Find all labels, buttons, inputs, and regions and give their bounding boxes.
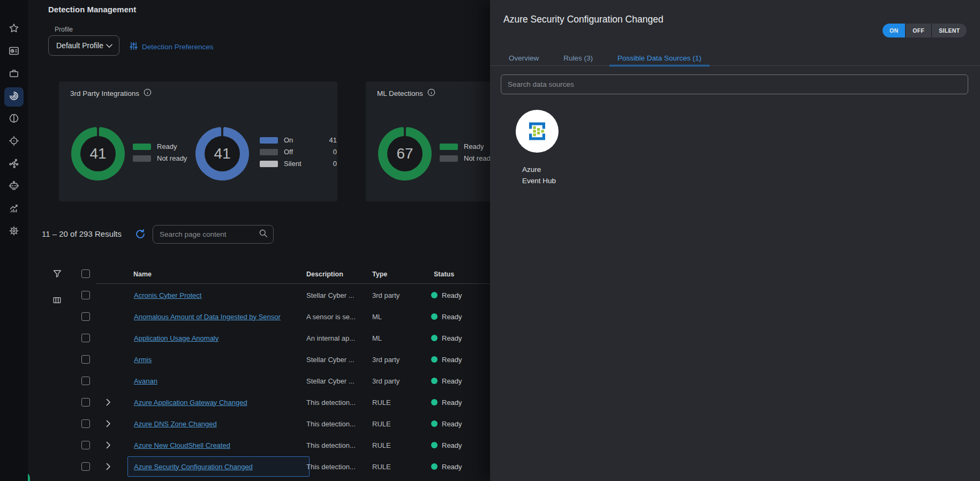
legend-swatch: [260, 137, 278, 144]
row-checkbox[interactable]: [81, 291, 90, 299]
donut-value: 41: [195, 127, 249, 181]
third-party-integrations-card: 3rd Party Integrations 41 Ready41 Not re…: [59, 81, 337, 201]
sidebar-item-cases[interactable]: [4, 65, 24, 84]
row-checkbox[interactable]: [81, 377, 90, 385]
ready-donut-chart: 41: [71, 127, 125, 181]
row-description: Stellar Cyber ...: [306, 370, 366, 392]
tab-rules[interactable]: Rules (3): [555, 50, 601, 65]
select-all-checkbox[interactable]: [81, 269, 90, 278]
sidebar-item-reports[interactable]: [4, 200, 24, 219]
toggle-on-button[interactable]: ON: [883, 24, 905, 37]
azure-event-hub-icon: [516, 110, 559, 153]
row-status: Ready: [431, 370, 462, 392]
profile-dropdown[interactable]: Default Profile: [48, 35, 119, 56]
results-count: 11 – 20 of 293 Results: [42, 229, 122, 238]
row-status: Ready: [431, 284, 462, 306]
row-name-link[interactable]: Azure DNS Zone Changed: [134, 420, 217, 428]
row-status: Ready: [431, 306, 462, 327]
legend-swatch: [133, 144, 151, 150]
row-type: 3rd party: [372, 284, 423, 306]
table-row: Armis Stellar Cyber ... 3rd party Ready: [28, 349, 490, 370]
row-checkbox[interactable]: [81, 419, 90, 428]
legend-swatch: [440, 155, 458, 162]
toggle-off-button[interactable]: OFF: [905, 24, 931, 37]
row-name-link[interactable]: Armis: [134, 356, 152, 364]
status-dot-icon: [431, 356, 438, 363]
row-checkbox[interactable]: [81, 355, 90, 364]
row-name-link[interactable]: Azure Security Configuration Changed: [134, 463, 253, 471]
tab-possible-data-sources[interactable]: Possible Data Sources (1): [609, 50, 710, 65]
info-icon[interactable]: [427, 88, 435, 98]
status-dot-icon: [431, 442, 438, 448]
page-search-input[interactable]: [160, 230, 259, 238]
chevron-down-icon: [106, 41, 112, 50]
sidebar: [0, 0, 28, 481]
data-source-search-input[interactable]: [508, 80, 961, 88]
row-name-link[interactable]: Application Usage Anomaly: [134, 334, 218, 342]
data-source-tile[interactable]: Azure Event Hub: [516, 110, 576, 186]
row-checkbox[interactable]: [81, 398, 90, 407]
briefcase-icon: [9, 68, 19, 81]
chevron-right-icon[interactable]: [106, 399, 111, 408]
detail-panel: Azure Security Configuration Changed ON …: [490, 0, 980, 481]
row-name-cell: Anomalous Amount of Data Ingested by Sen…: [127, 306, 310, 327]
chevron-right-icon[interactable]: [106, 441, 111, 451]
row-name-link[interactable]: Acronis Cyber Protect: [134, 291, 201, 299]
sidebar-item-detections[interactable]: [4, 87, 24, 107]
chevron-right-icon[interactable]: [106, 463, 111, 472]
row-name-cell: Azure DNS Zone Changed: [127, 414, 310, 434]
sidebar-item-hunting[interactable]: [4, 132, 24, 152]
table-row: Avanan Stellar Cyber ... 3rd party Ready: [28, 370, 490, 392]
sidebar-item-automation[interactable]: [4, 177, 24, 197]
legend-swatch: [133, 155, 151, 162]
row-description: This detection...: [306, 392, 366, 413]
refresh-icon[interactable]: [135, 229, 146, 239]
row-name-link[interactable]: Avanan: [134, 377, 157, 385]
row-name-link[interactable]: Azure Application Gateway Changed: [134, 399, 247, 407]
detection-preferences-label: Detection Preferences: [142, 43, 214, 51]
sidebar-item-ml[interactable]: [4, 110, 24, 129]
sidebar-item-correlation[interactable]: [4, 155, 24, 174]
detection-preferences-link[interactable]: Detection Preferences: [130, 42, 214, 52]
chevron-right-icon[interactable]: [106, 420, 111, 430]
robot-icon: [9, 181, 19, 193]
donut-legend: On41 Off0 Silent0: [260, 137, 337, 167]
status-dot-icon: [431, 463, 438, 470]
column-header-type[interactable]: Type: [372, 270, 387, 278]
row-checkbox[interactable]: [81, 312, 90, 321]
sidebar-item-dashboards[interactable]: [4, 42, 24, 62]
row-status-label: Ready: [442, 420, 462, 428]
column-header-status[interactable]: Status: [434, 270, 454, 278]
row-status: Ready: [431, 456, 462, 477]
row-status: Ready: [431, 413, 462, 434]
row-status-label: Ready: [442, 334, 462, 342]
gear-icon: [9, 226, 19, 238]
sidebar-item-settings[interactable]: [4, 222, 24, 242]
row-name-link[interactable]: Azure New CloudShell Created: [134, 441, 230, 449]
sliders-icon: [130, 42, 138, 52]
row-checkbox[interactable]: [81, 334, 90, 342]
row-checkbox[interactable]: [81, 441, 90, 449]
column-header-description[interactable]: Description: [306, 270, 343, 278]
column-header-name[interactable]: Name: [133, 270, 152, 278]
page-title: Detection Management: [48, 5, 136, 14]
table-row: Anomalous Amount of Data Ingested by Sen…: [28, 306, 490, 327]
row-type: RULE: [372, 413, 423, 434]
table-row: Acronis Cyber Protect Stellar Cyber ... …: [28, 284, 490, 306]
info-icon[interactable]: [144, 88, 152, 98]
brain-icon: [9, 113, 19, 126]
row-status-label: Ready: [442, 291, 462, 299]
toggle-silent-button[interactable]: SILENT: [931, 24, 967, 37]
row-description: This detection...: [306, 413, 366, 434]
table-row: Azure Security Configuration Changed Thi…: [28, 456, 490, 477]
row-checkbox[interactable]: [81, 462, 90, 471]
status-dot-icon: [431, 292, 438, 298]
search-icon: [259, 229, 268, 240]
tab-overview[interactable]: Overview: [501, 50, 547, 65]
table-header-divider: [96, 283, 490, 284]
sidebar-item-favorites[interactable]: [4, 20, 24, 39]
card-title: ML Detections: [377, 89, 423, 97]
row-name-link[interactable]: Anomalous Amount of Data Ingested by Sen…: [134, 313, 281, 321]
star-icon: [9, 23, 19, 36]
status-dot-icon: [431, 399, 438, 405]
